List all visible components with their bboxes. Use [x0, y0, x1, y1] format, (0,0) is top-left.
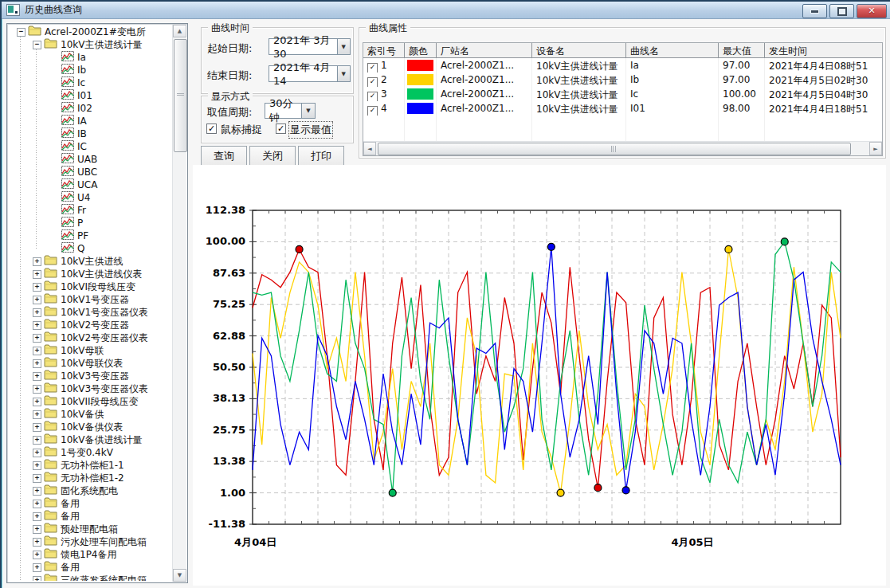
expand-icon[interactable]: + [33, 398, 41, 406]
tree-item-folder[interactable]: +无功补偿柜1-1 [9, 459, 172, 472]
tree-item-folder[interactable]: +备用 [9, 497, 172, 510]
tree-item-folder[interactable]: +10kV1号变压器仪表 [9, 306, 172, 319]
expand-icon[interactable]: + [33, 461, 41, 470]
tree-item-folder[interactable]: +污水处理车间配电箱 [9, 535, 172, 548]
expand-icon[interactable]: + [33, 334, 41, 343]
tree-item-curve[interactable]: Fr [9, 204, 172, 217]
expand-icon[interactable]: + [33, 410, 41, 419]
expand-icon[interactable]: + [33, 308, 41, 317]
table-column-header[interactable]: 发生时间 [765, 43, 883, 58]
expand-icon[interactable]: + [33, 283, 41, 292]
period-select[interactable]: 30分钟 ▼ [265, 103, 316, 119]
table-column-header[interactable]: 索引号 [363, 43, 405, 58]
expand-icon[interactable]: + [33, 372, 41, 381]
scroll-up-icon[interactable]: ▲ [173, 25, 186, 37]
tree-item-folder[interactable]: +10kV2号变压器仪表 [9, 331, 172, 344]
table-hscrollbar[interactable]: ◄ ► [363, 141, 882, 155]
tree-item-curve[interactable]: P [9, 217, 172, 229]
show-extremes-checkbox[interactable]: ✓ [276, 123, 286, 134]
close-button[interactable]: ✕ [857, 4, 887, 18]
tree-item-folder[interactable]: +无功补偿柜1-2 [9, 472, 172, 484]
tree-item-folder[interactable]: +1号变0.4kV [9, 446, 172, 459]
curve-table-row[interactable]: ✓4Acrel-2000Z1...10kV主供进线计量I0198.002021年… [363, 101, 882, 116]
tree-item-folder[interactable]: +10kV2号变压器 [9, 319, 172, 331]
tree-item-folder[interactable]: +10kV3号变压器 [9, 370, 172, 382]
tree-item-curve[interactable]: Ia [9, 51, 172, 64]
tree-item-curve[interactable]: IB [9, 127, 172, 140]
tree-item-curve[interactable]: UBC [9, 166, 172, 178]
period-dropdown-icon[interactable]: ▼ [301, 104, 315, 118]
expand-icon[interactable]: + [33, 500, 41, 508]
tree-item-folder[interactable]: +10kV母联 [9, 344, 172, 357]
expand-icon[interactable]: + [33, 525, 41, 534]
curve-table-row[interactable]: ✓2Acrel-2000Z1...10kV主供进线计量Ib97.002021年4… [363, 73, 882, 87]
trend-chart[interactable]: 112.38100.0087.6375.2562.8850.5038.1325.… [193, 165, 886, 586]
tree-item-folder[interactable]: +馈电1P4备用 [9, 548, 172, 561]
tree-item-curve[interactable]: I02 [9, 102, 172, 115]
tree-item-folder[interactable]: +备用 [9, 561, 172, 574]
tree-item-curve[interactable]: IC [9, 140, 172, 153]
query-button[interactable]: 查询 [201, 146, 247, 166]
expand-icon[interactable]: + [33, 423, 41, 432]
tree-item-folder[interactable]: +预处理配电箱 [9, 523, 172, 535]
tree-item-folder[interactable]: +10kVI段母线压变 [9, 280, 172, 293]
tree-item-folder[interactable]: −Acrel-2000Z1#变电所 [9, 25, 172, 38]
start-date-picker[interactable]: 2021年 3月30 ▼ [269, 38, 351, 55]
expand-icon[interactable]: + [33, 296, 41, 304]
expand-icon[interactable]: + [33, 474, 41, 483]
curve-visible-checkbox[interactable]: ✓ [367, 77, 378, 87]
trend-chart-area[interactable]: 112.38100.0087.6375.2562.8850.5038.1325.… [193, 165, 886, 586]
expand-icon[interactable]: + [33, 436, 41, 445]
print-button[interactable]: 打印 [298, 146, 344, 166]
tree-item-folder[interactable]: +10kV1号变压器 [9, 293, 172, 306]
expand-icon[interactable]: + [33, 347, 41, 355]
tree-item-curve[interactable]: U4 [9, 191, 172, 204]
expand-icon[interactable]: + [33, 385, 41, 394]
table-column-header[interactable]: 厂站名 [437, 43, 532, 58]
curve-table-row[interactable]: ✓1Acrel-2000Z1...10kV主供进线计量Ia97.002021年4… [363, 58, 882, 73]
table-column-header[interactable]: 曲线名 [626, 43, 719, 58]
tree-item-curve[interactable]: Q [9, 242, 172, 255]
tree-item-folder[interactable]: +固化系统配电 [9, 484, 172, 497]
table-column-header[interactable]: 最大值 [719, 43, 765, 58]
collapse-icon[interactable]: − [17, 28, 25, 37]
tree-item-curve[interactable]: UCA [9, 178, 172, 191]
tree-item-folder[interactable]: +10kV3号变压器仪表 [9, 382, 172, 395]
tree-item-folder[interactable]: +备用 [9, 510, 172, 523]
tree-item-curve[interactable]: I01 [9, 89, 172, 102]
tree-item-curve[interactable]: Ib [9, 64, 172, 76]
expand-icon[interactable]: + [33, 563, 41, 572]
curve-table-row[interactable]: ✓3Acrel-2000Z1...10kV主供进线计量Ic100.002021年… [363, 87, 882, 101]
tree-item-folder[interactable]: +10kV主供进线仪表 [9, 268, 172, 280]
end-date-dropdown-icon[interactable]: ▼ [337, 66, 350, 81]
expand-icon[interactable]: + [33, 270, 41, 279]
end-date-picker[interactable]: 2021年 4月14 ▼ [269, 65, 351, 82]
expand-icon[interactable]: + [33, 538, 41, 547]
tree-item-folder[interactable]: +三效蒸发系统配电箱 [9, 574, 172, 581]
expand-icon[interactable]: + [33, 449, 41, 457]
curve-visible-checkbox[interactable]: ✓ [367, 63, 378, 73]
tree-item-folder[interactable]: +10kV备供进线计量 [9, 433, 172, 446]
tree-item-folder[interactable]: +10kVII段母线压变 [9, 395, 172, 408]
collapse-icon[interactable]: − [33, 41, 41, 49]
tree-scrollbar-thumb[interactable] [174, 39, 187, 152]
expand-icon[interactable]: + [33, 576, 41, 582]
tree-item-folder[interactable]: +10kV备供 [9, 408, 172, 421]
expand-icon[interactable]: + [33, 512, 41, 521]
expand-icon[interactable]: + [33, 321, 41, 330]
tree-item-curve[interactable]: PF [9, 229, 172, 242]
device-tree[interactable]: −Acrel-2000Z1#变电所−10kV主供进线计量IaIbIcI01I02… [9, 25, 172, 581]
minimize-button[interactable] [802, 4, 827, 18]
close-window-button[interactable]: 关闭 [249, 146, 296, 166]
curve-visible-checkbox[interactable]: ✓ [367, 106, 378, 116]
tree-item-curve[interactable]: UAB [9, 153, 172, 166]
expand-icon[interactable]: + [33, 487, 41, 496]
mouse-capture-checkbox[interactable]: ✓ [206, 123, 217, 134]
scroll-down-icon[interactable]: ▼ [173, 569, 186, 582]
tree-item-curve[interactable]: Ic [9, 76, 172, 89]
table-column-header[interactable]: 设备名 [532, 43, 626, 58]
maximize-button[interactable] [829, 4, 854, 18]
start-date-dropdown-icon[interactable]: ▼ [337, 39, 350, 54]
scroll-right-icon[interactable]: ► [869, 142, 882, 155]
tree-item-folder[interactable]: −10kV主供进线计量 [9, 38, 172, 51]
